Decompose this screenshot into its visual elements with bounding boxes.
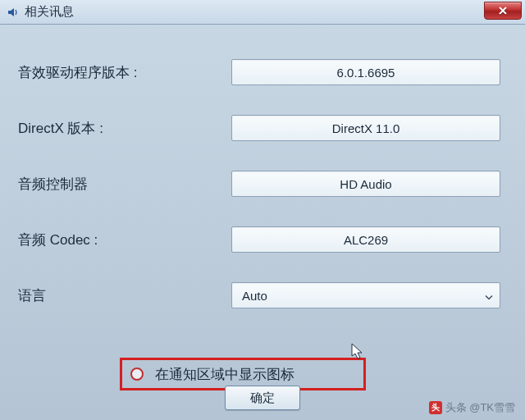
label-language: 语言 [18,286,231,305]
toutiao-logo-icon: 头 [429,401,442,414]
label-directx-version: DirectX 版本 : [18,119,231,138]
value-audio-codec: ALC269 [231,226,500,253]
row-audio-controller: 音频控制器 HD Audio [18,169,500,199]
titlebar: 相关讯息 [0,0,525,25]
close-icon [498,7,508,15]
attribution-text: 头条 @TK雪雪 [445,400,515,415]
chevron-down-icon [485,289,493,303]
dropdown-language[interactable]: Auto [231,282,500,308]
value-directx-version: DirectX 11.0 [231,115,500,141]
row-driver-version: 音效驱动程序版本 : 6.0.1.6695 [18,57,500,87]
label-audio-controller: 音频控制器 [18,175,231,194]
window-title: 相关讯息 [25,4,74,20]
label-driver-version: 音效驱动程序版本 : [18,63,231,82]
ok-button-label: 确定 [250,390,275,406]
radio-icon [130,368,144,381]
row-audio-codec: 音频 Codec : ALC269 [18,225,500,254]
info-dialog: 相关讯息 音效驱动程序版本 : 6.0.1.6695 DirectX 版本 : … [0,0,525,420]
row-language: 语言 Auto [18,281,500,310]
row-directx-version: DirectX 版本 : DirectX 11.0 [18,113,500,143]
label-audio-codec: 音频 Codec : [18,231,231,249]
content-area: 音效驱动程序版本 : 6.0.1.6695 DirectX 版本 : Direc… [0,25,525,407]
ok-button[interactable]: 确定 [225,386,300,410]
dropdown-language-value: Auto [242,289,267,303]
attribution: 头 头条 @TK雪雪 [429,400,515,415]
show-tray-icon-label: 在通知区域中显示图标 [155,365,294,384]
speaker-icon [7,6,20,19]
value-audio-controller: HD Audio [231,171,500,197]
value-driver-version: 6.0.1.6695 [231,59,500,85]
close-button[interactable] [484,2,522,20]
